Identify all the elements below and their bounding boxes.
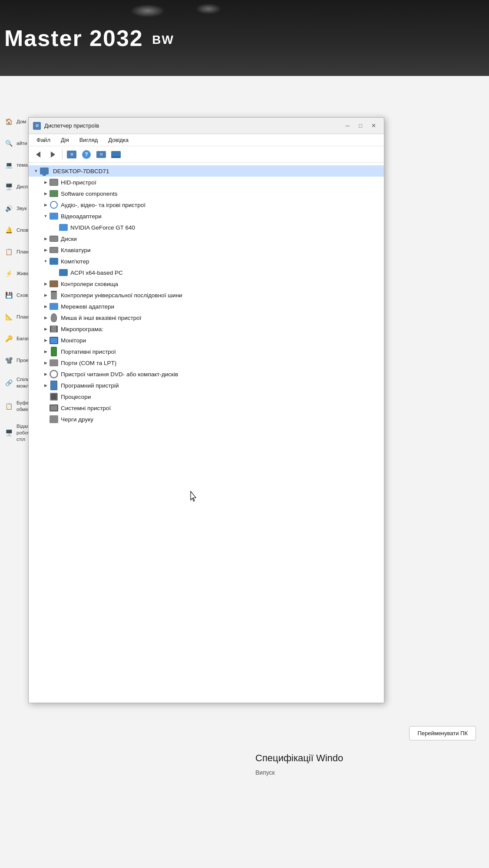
tree-root[interactable]: DESKTOP-7DBCD71 (29, 165, 384, 177)
minimize-button[interactable]: ─ (341, 121, 354, 131)
audio-label: Аудіо-, відео- та ігрові пристрої (61, 202, 145, 208)
properties-icon: ⊞ (67, 151, 76, 158)
win-version-label: Випуск (255, 769, 477, 776)
device-tree[interactable]: DESKTOP-7DBCD71 HID-пристрої Software co… (29, 163, 384, 702)
help-button[interactable]: ? (79, 148, 93, 161)
tree-item-usb[interactable]: Контролери універсальної послідовної шин… (29, 289, 384, 301)
portable-label: Портативні пристрої (61, 349, 116, 355)
titlebar-controls[interactable]: ─ □ ✕ (341, 121, 380, 131)
storage-icon: 💾 (4, 291, 13, 299)
storage-ctrl-icon (50, 279, 58, 288)
menu-file[interactable]: Файл (32, 135, 55, 145)
activation-icon: 🔑 (4, 334, 13, 343)
help-icon: ? (82, 150, 91, 159)
tree-item-firmware[interactable]: Мікропрограма: (29, 323, 384, 335)
tree-item-processor[interactable]: Процесори (29, 391, 384, 402)
keyboard-label: Клавіатури (61, 247, 91, 253)
tree-item-software[interactable]: Software components (29, 188, 384, 199)
menu-action[interactable]: Дія (56, 135, 73, 145)
portable-expander[interactable] (42, 348, 50, 355)
sidebar-label-focus: План (17, 249, 29, 255)
tree-item-audio[interactable]: Аудіо-, відео- та ігрові пристрої (29, 199, 384, 210)
devmgr-title: Диспетчер пристроїв (44, 122, 338, 129)
hid-label: HID-пристрої (61, 179, 96, 186)
dvd-expander[interactable] (42, 370, 50, 378)
acpi-icon (59, 268, 68, 277)
firmware-label: Мікропрограма: (61, 326, 103, 332)
root-expander[interactable] (32, 167, 40, 175)
video-expander[interactable] (42, 212, 50, 220)
forward-button[interactable] (46, 148, 60, 161)
storage-expander[interactable] (42, 280, 50, 288)
mouse-expander[interactable] (42, 314, 50, 322)
printqueue-icon (50, 415, 58, 424)
tree-item-storage[interactable]: Контролери сховища (29, 278, 384, 289)
disk-expander[interactable] (42, 235, 50, 243)
menu-view[interactable]: Вигляд (75, 135, 102, 145)
settings-header-partial: тубання (0, 76, 28, 111)
nvidia-label: NVIDIA GeForce GT 640 (70, 224, 135, 231)
sysdev-icon (50, 404, 58, 412)
monitor-button[interactable] (109, 148, 123, 161)
dvd-icon (50, 370, 58, 378)
software-expander[interactable] (42, 190, 50, 197)
program-expander[interactable] (42, 381, 50, 389)
system-icon: 💻 (4, 161, 13, 169)
hid-expander[interactable] (42, 178, 50, 186)
win-specs-title: Специфікації Windo (255, 753, 477, 764)
tree-item-printqueue[interactable]: Черги друку (29, 414, 384, 425)
power-icon: ⚡ (4, 269, 13, 278)
software-icon (50, 189, 58, 198)
disk-icon (50, 234, 58, 243)
windows-specs-section: Специфікації Windo Випуск (243, 742, 489, 868)
disk-label: Диски (61, 236, 77, 242)
menu-help[interactable]: Довідка (104, 135, 133, 145)
root-label: DESKTOP-7DBCD71 (51, 168, 111, 175)
usb-icon (50, 291, 58, 299)
video-icon (50, 212, 58, 220)
tree-item-nvidia[interactable]: NVIDIA GeForce GT 640 (29, 222, 384, 233)
tree-item-computer[interactable]: Комп'ютер (29, 256, 384, 267)
sidebar-label-system: тема (17, 162, 28, 168)
rename-pc-btn[interactable]: Перейменувати ПК (409, 726, 476, 740)
rename-pc-button[interactable]: Перейменувати ПК (409, 726, 476, 740)
ports-expander[interactable] (42, 359, 50, 367)
device-view-button[interactable]: ⊟ (94, 148, 108, 161)
tree-item-portable[interactable]: Портативні пристрої (29, 346, 384, 357)
tree-item-dvd[interactable]: Пристрої читання DVD- або компакт-дисків (29, 368, 384, 380)
titlebar: ⚙ Диспетчер пристроїв ─ □ ✕ (29, 118, 384, 134)
firmware-expander[interactable] (42, 325, 50, 333)
tree-item-ports[interactable]: Порти (COM та LPT) (29, 357, 384, 368)
monitors-expander[interactable] (42, 336, 50, 344)
back-button[interactable] (31, 148, 45, 161)
usb-expander[interactable] (42, 291, 50, 299)
toolbar[interactable]: ⊞ ? ⊟ (29, 146, 384, 163)
maximize-button[interactable]: □ (354, 121, 367, 131)
shared-icon: 🔗 (4, 378, 13, 387)
tree-item-acpi[interactable]: ACPI x64-based PC (29, 267, 384, 278)
tree-item-network[interactable]: Мережеві адаптери (29, 301, 384, 312)
tree-item-monitors[interactable]: Монітори (29, 335, 384, 346)
tree-item-hid[interactable]: HID-пристрої (29, 177, 384, 188)
menubar[interactable]: Файл Дія Вигляд Довідка (29, 134, 384, 146)
network-expander[interactable] (42, 302, 50, 310)
firmware-icon (50, 325, 58, 333)
portable-icon (50, 347, 58, 356)
tree-item-sysdev[interactable]: Системні пристрої (29, 402, 384, 414)
monitors-label: Монітори (61, 337, 86, 344)
program-icon (50, 381, 58, 390)
properties-button[interactable]: ⊞ (65, 148, 79, 161)
device-view-icon: ⊟ (96, 151, 106, 158)
tree-item-disk[interactable]: Диски (29, 233, 384, 244)
keyboard-expander[interactable] (42, 246, 50, 254)
tree-item-keyboard[interactable]: Клавіатури (29, 244, 384, 256)
notifications-icon: 🔔 (4, 226, 13, 234)
audio-expander[interactable] (42, 201, 50, 209)
close-button[interactable]: ✕ (367, 121, 380, 131)
network-label: Мережеві адаптери (61, 303, 114, 310)
tree-item-mouse[interactable]: Миша й інші вказівні пристрої (29, 312, 384, 323)
tree-item-video[interactable]: Відеоадаптери (29, 210, 384, 222)
computer-icon (50, 257, 58, 266)
tree-item-program[interactable]: Програмний пристрій (29, 380, 384, 391)
computer-expander[interactable] (42, 257, 50, 265)
